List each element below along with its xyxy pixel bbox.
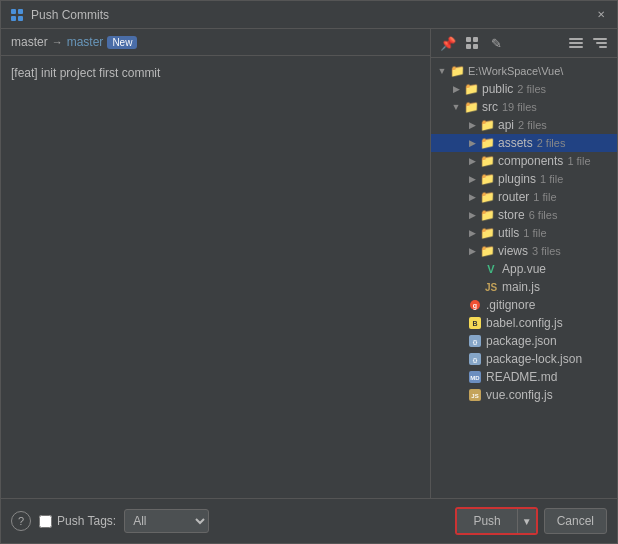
tree-item-vue-config[interactable]: JS vue.config.js bbox=[431, 386, 617, 404]
json-file-icon: {} bbox=[467, 334, 483, 348]
edit-button[interactable]: ✎ bbox=[485, 32, 507, 54]
expand-arrow: ▶ bbox=[465, 246, 479, 256]
push-tags-select[interactable]: All None Annotated bbox=[124, 509, 209, 533]
folder-icon: 📁 bbox=[479, 190, 495, 204]
folder-icon: 📁 bbox=[479, 244, 495, 258]
tree-item-babel-config[interactable]: B babel.config.js bbox=[431, 314, 617, 332]
babel-file-icon: B bbox=[467, 316, 483, 330]
svg-rect-6 bbox=[466, 44, 471, 49]
branch-arrow: → bbox=[52, 36, 63, 48]
folder-label: plugins bbox=[498, 172, 536, 186]
file-label: package-lock.json bbox=[486, 352, 582, 366]
tree-item-components[interactable]: ▶ 📁 components 1 file bbox=[431, 152, 617, 170]
collapse-button[interactable] bbox=[565, 32, 587, 54]
tree-item-router[interactable]: ▶ 📁 router 1 file bbox=[431, 188, 617, 206]
git-file-icon: g bbox=[467, 298, 483, 312]
tree-item-views[interactable]: ▶ 📁 views 3 files bbox=[431, 242, 617, 260]
left-panel: master → master New [feat] init project … bbox=[1, 29, 431, 498]
file-count: 1 file bbox=[523, 227, 546, 239]
folder-label: public bbox=[482, 82, 513, 96]
help-button[interactable]: ? bbox=[11, 511, 31, 531]
window-title: Push Commits bbox=[31, 8, 593, 22]
app-icon bbox=[9, 7, 25, 23]
file-count: 1 file bbox=[533, 191, 556, 203]
folder-icon: 📁 bbox=[449, 64, 465, 78]
svg-rect-8 bbox=[569, 38, 583, 40]
svg-rect-9 bbox=[569, 42, 583, 44]
file-count: 2 files bbox=[537, 137, 566, 149]
push-button[interactable]: Push bbox=[457, 509, 516, 533]
tree-item-main-js[interactable]: JS main.js bbox=[431, 278, 617, 296]
window-controls: ✕ bbox=[593, 7, 609, 23]
expand-arrow: ▶ bbox=[465, 174, 479, 184]
title-bar: Push Commits ✕ bbox=[1, 1, 617, 29]
expand-arrow: ▼ bbox=[435, 66, 449, 76]
expand-arrow: ▶ bbox=[465, 120, 479, 130]
push-tags-checkbox[interactable] bbox=[39, 515, 52, 528]
svg-rect-1 bbox=[18, 9, 23, 14]
close-button[interactable]: ✕ bbox=[593, 7, 609, 23]
push-tags-label: Push Tags: bbox=[57, 514, 116, 528]
file-count: 6 files bbox=[529, 209, 558, 221]
push-button-wrapper: Push ▼ bbox=[455, 507, 537, 535]
tree-item-readme[interactable]: MD README.md bbox=[431, 368, 617, 386]
svg-rect-3 bbox=[18, 16, 23, 21]
folder-icon: 📁 bbox=[479, 136, 495, 150]
file-label: package.json bbox=[486, 334, 557, 348]
json-file-icon: {} bbox=[467, 352, 483, 366]
commit-list: [feat] init project first commit bbox=[1, 56, 430, 498]
tree-item-utils[interactable]: ▶ 📁 utils 1 file bbox=[431, 224, 617, 242]
main-content: master → master New [feat] init project … bbox=[1, 29, 617, 498]
commit-message: [feat] init project first commit bbox=[11, 66, 160, 80]
folder-icon: 📁 bbox=[463, 82, 479, 96]
expand-arrow: ▼ bbox=[449, 102, 463, 112]
folder-label: assets bbox=[498, 136, 533, 150]
svg-rect-10 bbox=[569, 46, 583, 48]
expand-button[interactable] bbox=[589, 32, 611, 54]
tree-item-root[interactable]: ▼ 📁 E:\WorkSpace\Vue\ bbox=[431, 62, 617, 80]
tree-item-package-json[interactable]: {} package.json bbox=[431, 332, 617, 350]
folder-icon: 📁 bbox=[479, 118, 495, 132]
svg-text:B: B bbox=[472, 320, 477, 327]
expand-arrow: ▶ bbox=[465, 192, 479, 202]
tree-item-api[interactable]: ▶ 📁 api 2 files bbox=[431, 116, 617, 134]
svg-rect-7 bbox=[473, 44, 478, 49]
file-count: 2 files bbox=[517, 83, 546, 95]
tree-item-plugins[interactable]: ▶ 📁 plugins 1 file bbox=[431, 170, 617, 188]
pin-button[interactable]: 📌 bbox=[437, 32, 459, 54]
tree-item-assets[interactable]: ▶ 📁 assets 2 files bbox=[431, 134, 617, 152]
push-tags-group: Push Tags: bbox=[39, 514, 116, 528]
tree-item-src[interactable]: ▼ 📁 src 19 files bbox=[431, 98, 617, 116]
toolbar-right bbox=[565, 32, 611, 54]
file-tree[interactable]: ▼ 📁 E:\WorkSpace\Vue\ ▶ 📁 public 2 files… bbox=[431, 58, 617, 498]
bottom-bar: ? Push Tags: All None Annotated Push ▼ C… bbox=[1, 498, 617, 543]
file-count: 3 files bbox=[532, 245, 561, 257]
svg-rect-13 bbox=[599, 46, 607, 48]
folder-label: src bbox=[482, 100, 498, 114]
svg-rect-11 bbox=[593, 38, 607, 40]
folder-label: store bbox=[498, 208, 525, 222]
commit-item[interactable]: [feat] init project first commit bbox=[1, 62, 430, 84]
svg-text:g: g bbox=[473, 302, 477, 310]
root-path: E:\WorkSpace\Vue\ bbox=[468, 65, 563, 77]
right-panel: 📌 ✎ bbox=[431, 29, 617, 498]
svg-text:JS: JS bbox=[471, 393, 478, 399]
tree-item-package-lock-json[interactable]: {} package-lock.json bbox=[431, 350, 617, 368]
tree-item-gitignore[interactable]: g .gitignore bbox=[431, 296, 617, 314]
tree-item-store[interactable]: ▶ 📁 store 6 files bbox=[431, 206, 617, 224]
tree-item-public[interactable]: ▶ 📁 public 2 files bbox=[431, 80, 617, 98]
push-dropdown-button[interactable]: ▼ bbox=[517, 509, 536, 533]
folder-icon: 📁 bbox=[463, 100, 479, 114]
push-commits-window: Push Commits ✕ master → master New [feat… bbox=[0, 0, 618, 544]
folder-icon: 📁 bbox=[479, 226, 495, 240]
cancel-button[interactable]: Cancel bbox=[544, 508, 607, 534]
layout-button[interactable] bbox=[461, 32, 483, 54]
folder-label: components bbox=[498, 154, 563, 168]
file-label: App.vue bbox=[502, 262, 546, 276]
tree-item-app-vue[interactable]: V App.vue bbox=[431, 260, 617, 278]
vue-file-icon: V bbox=[483, 262, 499, 276]
svg-rect-12 bbox=[596, 42, 607, 44]
svg-rect-0 bbox=[11, 9, 16, 14]
folder-label: utils bbox=[498, 226, 519, 240]
local-branch: master bbox=[11, 35, 48, 49]
